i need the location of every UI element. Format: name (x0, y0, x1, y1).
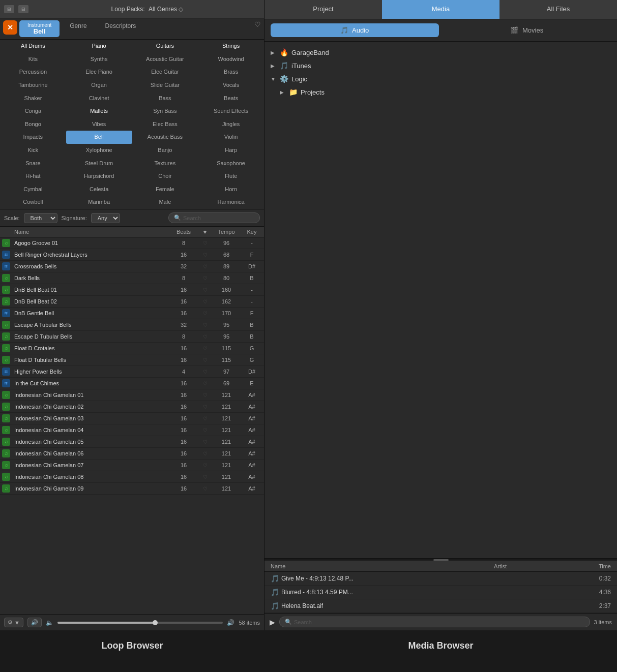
table-row[interactable]: ≋ DnB Gentle Bell 16 ♡ 170 F (0, 308, 264, 319)
inst-snare[interactable]: Snare (0, 157, 66, 170)
inst-kick[interactable]: Kick (0, 144, 66, 157)
inst-bass[interactable]: Bass (132, 92, 198, 105)
favorites-heart[interactable]: ♡ (254, 20, 261, 37)
inst-choir[interactable]: Choir (132, 170, 198, 183)
inst-percussion[interactable]: Percussion (0, 66, 66, 79)
inst-steel-drum[interactable]: Steel Drum (66, 157, 132, 170)
row-heart-13[interactable]: ♡ (199, 392, 211, 398)
tree-item-garageband[interactable]: ▶ 🔥 GarageBand (265, 46, 617, 59)
table-row[interactable]: ♫ Indonesian Chi Gamelan 06 16 ♡ 121 A# (0, 448, 264, 460)
tab-project[interactable]: Project (265, 0, 382, 19)
table-row[interactable]: ♫ Indonesian Chi Gamelan 07 16 ♡ 121 A# (0, 460, 264, 471)
inst-synths[interactable]: Synths (66, 53, 132, 66)
inst-harpsichord[interactable]: Harpsichord (66, 170, 132, 183)
tree-item-projects[interactable]: ▶ 📁 Projects (265, 85, 617, 99)
subtab-movies[interactable]: 🎬 Movies (443, 23, 611, 37)
row-heart-8[interactable]: ♡ (199, 334, 211, 340)
inst-impacts[interactable]: Impacts (0, 131, 66, 144)
table-row[interactable]: ♫ Indonesian Chi Gamelan 01 16 ♡ 121 A# (0, 389, 264, 401)
media-row-0[interactable]: 🎵 Give Me - 4:9:13 12.48 P... 0:32 (265, 572, 617, 586)
inst-violin[interactable]: Violin (198, 131, 264, 144)
speaker-button[interactable]: 🔊 (27, 618, 42, 627)
row-heart-7[interactable]: ♡ (199, 322, 211, 328)
row-heart-17[interactable]: ♡ (199, 439, 211, 445)
th-heart[interactable]: ♥ (199, 229, 211, 235)
table-row[interactable]: ♫ DnB Bell Beat 02 16 ♡ 162 - (0, 296, 264, 308)
grid-icon-1[interactable]: ⊞ (4, 5, 14, 13)
inst-brass[interactable]: Brass (198, 66, 264, 79)
close-button[interactable]: ✕ (3, 20, 17, 35)
row-heart-16[interactable]: ♡ (199, 427, 211, 433)
inst-organ[interactable]: Organ (66, 79, 132, 92)
row-heart-2[interactable]: ♡ (199, 264, 211, 269)
volume-slider[interactable] (57, 622, 223, 624)
row-heart-6[interactable]: ♡ (199, 311, 211, 316)
tab-descriptors[interactable]: Descriptors (97, 20, 144, 37)
inst-textures[interactable]: Textures (132, 157, 198, 170)
row-heart-15[interactable]: ♡ (199, 416, 211, 421)
inst-celesta[interactable]: Celesta (66, 183, 132, 196)
inst-jingles[interactable]: Jingles (198, 118, 264, 131)
row-heart-1[interactable]: ♡ (199, 252, 211, 258)
inst-slide-guitar[interactable]: Slide Guitar (132, 79, 198, 92)
inst-acoustic-guitar[interactable]: Acoustic Guitar (132, 53, 198, 66)
inst-kits[interactable]: Kits (0, 53, 66, 66)
table-row[interactable]: ♫ Indonesian Chi Gamelan 02 16 ♡ 121 A# (0, 401, 264, 413)
inst-elec-guitar[interactable]: Elec Guitar (132, 66, 198, 79)
inst-vibes[interactable]: Vibes (66, 118, 132, 131)
th-tempo[interactable]: Tempo (211, 229, 242, 235)
play-button[interactable]: ▶ (270, 618, 275, 626)
inst-guitars[interactable]: Guitars (132, 40, 198, 53)
inst-all-drums[interactable]: All Drums (0, 40, 66, 53)
scale-select[interactable]: Both Major Minor (24, 213, 57, 223)
inst-banjo[interactable]: Banjo (132, 144, 198, 157)
table-row[interactable]: ♫ Escape A Tubular Bells 32 ♡ 95 B (0, 319, 264, 331)
inst-harp[interactable]: Harp (198, 144, 264, 157)
inst-marimba[interactable]: Marimba (66, 196, 132, 209)
table-row[interactable]: ♫ Escape D Tubular Bells 8 ♡ 95 B (0, 331, 264, 343)
table-row[interactable]: ♫ Indonesian Chi Gamelan 03 16 ♡ 121 A# (0, 413, 264, 424)
grid-icon-2[interactable]: ⊟ (18, 5, 28, 13)
row-heart-18[interactable]: ♡ (199, 451, 211, 456)
tree-item-logic[interactable]: ▼ ⚙️ Logic (265, 72, 617, 85)
inst-female[interactable]: Female (132, 183, 198, 196)
inst-tambourine[interactable]: Tambourine (0, 79, 66, 92)
inst-horn[interactable]: Horn (198, 183, 264, 196)
inst-male[interactable]: Male (132, 196, 198, 209)
tab-all-files[interactable]: All Files (500, 0, 617, 19)
row-heart-11[interactable]: ♡ (199, 369, 211, 375)
inst-hihat[interactable]: Hi-hat (0, 170, 66, 183)
tree-item-itunes[interactable]: ▶ 🎵 iTunes (265, 59, 617, 72)
th-key[interactable]: Key (242, 229, 262, 235)
inst-harmonica[interactable]: Harmonica (198, 196, 264, 209)
row-heart-12[interactable]: ♡ (199, 381, 211, 386)
inst-beats[interactable]: Beats (198, 92, 264, 105)
inst-strings[interactable]: Strings (198, 40, 264, 53)
th-name[interactable]: Name (14, 229, 168, 235)
inst-cymbal[interactable]: Cymbal (0, 183, 66, 196)
row-heart-4[interactable]: ♡ (199, 287, 211, 293)
inst-clavinet[interactable]: Clavinet (66, 92, 132, 105)
table-row[interactable]: ≋ Higher Power Bells 4 ♡ 97 D# (0, 366, 264, 378)
row-heart-3[interactable]: ♡ (199, 276, 211, 281)
inst-woodwind[interactable]: Woodwind (198, 53, 264, 66)
inst-bell[interactable]: Bell (66, 131, 132, 144)
table-row[interactable]: ≋ Bell Ringer Orchestral Layers 16 ♡ 68 … (0, 249, 264, 261)
inst-sound-effects[interactable]: Sound Effects (198, 105, 264, 118)
inst-syn-bass[interactable]: Syn Bass (132, 105, 198, 118)
tab-media[interactable]: Media (382, 0, 500, 19)
th-beats[interactable]: Beats (168, 229, 199, 235)
inst-conga[interactable]: Conga (0, 105, 66, 118)
row-heart-14[interactable]: ♡ (199, 404, 211, 410)
row-heart-20[interactable]: ♡ (199, 474, 211, 480)
table-row[interactable]: ♫ Indonesian Chi Gamelan 09 16 ♡ 121 A# (0, 483, 264, 495)
inst-flute[interactable]: Flute (198, 170, 264, 183)
table-row[interactable]: ♫ DnB Bell Beat 01 16 ♡ 160 - (0, 284, 264, 296)
table-row[interactable]: ♫ Float D Tubular Bells 16 ♡ 115 G (0, 354, 264, 366)
tab-genre[interactable]: Genre (62, 20, 95, 37)
subtab-audio[interactable]: 🎵 Audio (271, 23, 439, 37)
inst-elec-piano[interactable]: Elec Piano (66, 66, 132, 79)
inst-cowbell[interactable]: Cowbell (0, 196, 66, 209)
media-row-1[interactable]: 🎵 Blurred - 4:8:13 4.59 PM... 4:36 (265, 586, 617, 599)
signature-select[interactable]: Any (91, 213, 120, 223)
